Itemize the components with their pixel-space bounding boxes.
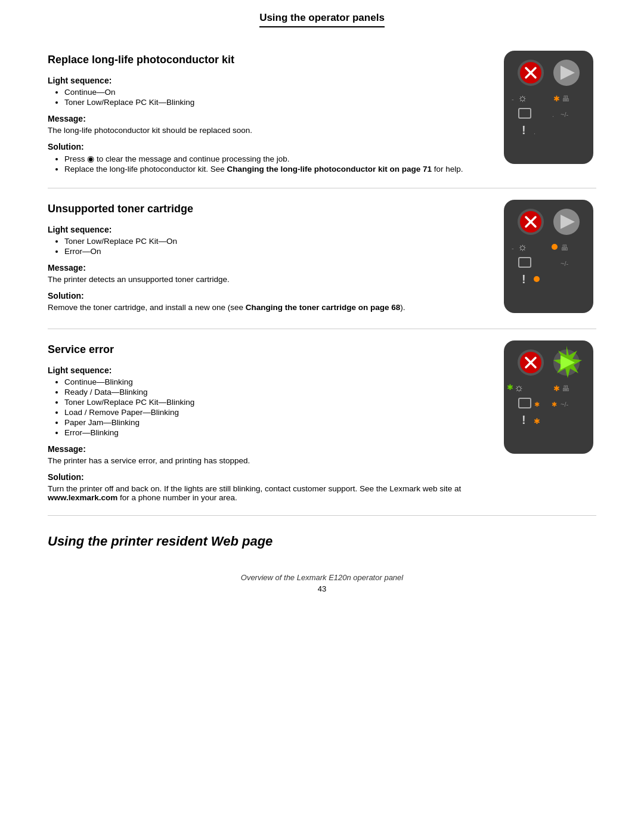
section-photoconductor: Replace long-life photoconductor kit Lig… — [48, 48, 596, 177]
unsupported-solution-text: Remove the toner cartridge, and install … — [48, 303, 483, 312]
list-item: Press ◉ to clear the message and continu… — [64, 154, 483, 163]
section-service-error: Service error Light sequence: Continue—B… — [48, 337, 596, 504]
svg-text:🖶: 🖶 — [562, 94, 569, 103]
photoconductor-row: Replace long-life photoconductor kit Lig… — [48, 48, 596, 177]
svg-rect-31 — [504, 340, 593, 454]
page-title: Using the operator panels — [259, 12, 385, 27]
svg-text:🖶: 🖶 — [562, 384, 569, 393]
list-item: Toner Low/Replace PC Kit—Blinking — [64, 98, 483, 107]
unsupported-light-label: Light sequence: — [48, 225, 483, 234]
svg-text:☼: ☼ — [518, 241, 528, 253]
footer-italic-text: Overview of the Lexmark E120n operator p… — [241, 573, 403, 582]
photoconductor-text: Replace long-life photoconductor kit Lig… — [48, 48, 483, 177]
svg-text:!: ! — [522, 413, 526, 426]
divider-3 — [48, 515, 596, 516]
panel-photoconductor: ☼ - ✱ 🖶 . ~/- ! . — [501, 48, 596, 169]
svg-text:~/-: ~/- — [561, 401, 568, 408]
svg-text:~/-: ~/- — [561, 111, 568, 118]
svg-text:✱: ✱ — [534, 401, 540, 408]
svg-text:!: ! — [522, 272, 526, 286]
list-item: Error—Blinking — [64, 428, 483, 437]
svg-text:✱: ✱ — [552, 401, 557, 408]
svg-point-25 — [552, 244, 558, 250]
svg-text:-: - — [512, 95, 514, 103]
list-item: Continue—On — [64, 88, 483, 97]
list-item: Error—On — [64, 247, 483, 256]
svg-text:~/-: ~/- — [561, 260, 568, 267]
svg-text:!: ! — [522, 123, 526, 137]
unsupported-text: Unsupported toner cartridge Light sequen… — [48, 197, 483, 314]
divider-2 — [48, 329, 596, 329]
panel-unsupported: ☼ - 🖶 ~/- ! — [501, 197, 596, 318]
photoconductor-message-text: The long-life photoconductor kit should … — [48, 126, 483, 135]
page-footer: Overview of the Lexmark E120n operator p… — [48, 573, 596, 582]
svg-text:✱: ✱ — [534, 417, 540, 426]
list-item: Toner Low/Replace PC Kit—Blinking — [64, 398, 483, 407]
unsupported-solution-label: Solution: — [48, 291, 483, 301]
list-item: Toner Low/Replace PC Kit—On — [64, 237, 483, 246]
unsupported-light-list: Toner Low/Replace PC Kit—On Error—On — [48, 237, 483, 256]
unsupported-message-text: The printer detects an unsupported toner… — [48, 275, 483, 284]
photoconductor-solution-label: Solution: — [48, 142, 483, 151]
svg-text:☼: ☼ — [514, 382, 524, 394]
divider-1 — [48, 188, 596, 188]
photoconductor-heading: Replace long-life photoconductor kit — [48, 54, 483, 66]
list-item: Ready / Data—Blinking — [64, 388, 483, 397]
svg-text:✱: ✱ — [553, 384, 560, 393]
svg-point-30 — [534, 276, 540, 282]
unsupported-row: Unsupported toner cartridge Light sequen… — [48, 197, 596, 318]
list-item: Continue—Blinking — [64, 377, 483, 386]
photoconductor-message-label: Message: — [48, 114, 483, 123]
service-error-message-label: Message: — [48, 444, 483, 454]
page-number: 43 — [48, 584, 596, 593]
service-error-light-label: Light sequence: — [48, 366, 483, 375]
svg-text:-: - — [512, 244, 514, 252]
svg-text:✱: ✱ — [507, 383, 513, 392]
svg-text:☼: ☼ — [518, 92, 528, 104]
page-title-section: Using the operator panels — [48, 12, 596, 31]
service-error-row: Service error Light sequence: Continue—B… — [48, 337, 596, 504]
list-item: Replace the long-life photoconductor kit… — [64, 165, 483, 174]
photoconductor-solution-list: Press ◉ to clear the message and continu… — [48, 154, 483, 174]
unsupported-heading: Unsupported toner cartridge — [48, 203, 483, 215]
svg-text:.: . — [552, 111, 554, 118]
service-error-light-list: Continue—Blinking Ready / Data—Blinking … — [48, 377, 483, 437]
photoconductor-light-label: Light sequence: — [48, 76, 483, 85]
list-item: Paper Jam—Blinking — [64, 418, 483, 427]
service-error-heading: Service error — [48, 343, 483, 356]
service-error-solution-label: Solution: — [48, 472, 483, 482]
italic-section-heading: Using the printer resident Web page — [48, 534, 596, 549]
service-error-message-text: The printer has a service error, and pri… — [48, 456, 483, 465]
service-error-text: Service error Light sequence: Continue—B… — [48, 337, 483, 504]
svg-text:🖶: 🖶 — [561, 243, 568, 252]
section-unsupported: Unsupported toner cartridge Light sequen… — [48, 197, 596, 318]
svg-text:✱: ✱ — [553, 94, 560, 103]
unsupported-message-label: Message: — [48, 263, 483, 272]
svg-text:.: . — [534, 128, 535, 135]
service-error-solution-text: Turn the printer off and back on. If the… — [48, 484, 483, 502]
list-item: Load / Remove Paper—Blinking — [64, 408, 483, 417]
svg-rect-0 — [504, 51, 593, 164]
panel-service-error: ☼ ✱ ✱ 🖶 ✱ ~/- ✱ ! ✱ — [501, 337, 596, 459]
photoconductor-light-list: Continue—On Toner Low/Replace PC Kit—Bli… — [48, 88, 483, 107]
svg-rect-16 — [504, 200, 593, 313]
